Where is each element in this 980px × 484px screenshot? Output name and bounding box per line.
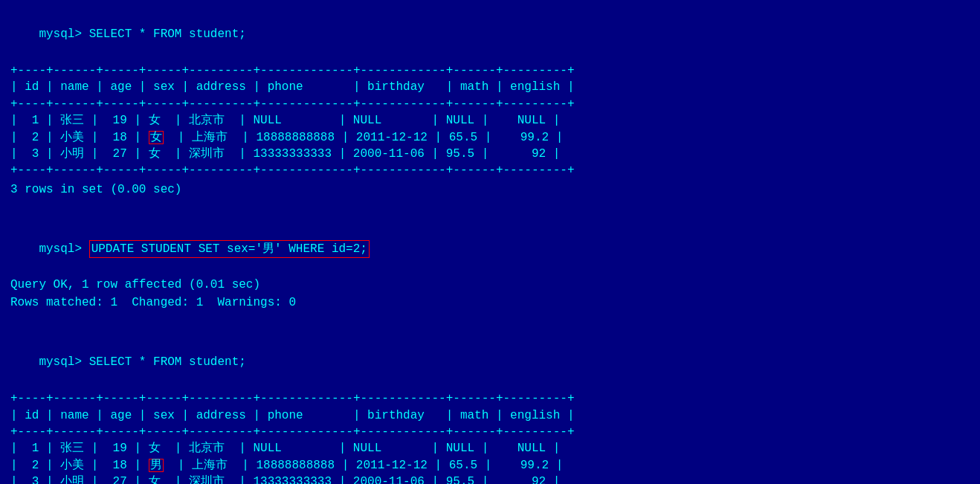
- table-row-2-1: | 1 | 张三 | 19 | 女 | 北京市 | NULL | NULL | …: [10, 440, 970, 456]
- table-header-2: | id | name | age | sex | address | phon…: [10, 407, 970, 424]
- table-row-2-2: | 2 | 小美 | 18 | 男 | 上海市 | 18888888888 | …: [10, 457, 970, 474]
- table-row-1-2: | 2 | 小美 | 18 | 女 | 上海市 | 18888888888 | …: [10, 129, 970, 146]
- table-border-top-1: +----+------+-----+-----+---------+-----…: [10, 62, 970, 79]
- prompt-line-1: mysql> SELECT * FROM student;: [10, 7, 970, 61]
- prompt-1: mysql>: [39, 28, 88, 41]
- table-row-1-1: | 1 | 张三 | 19 | 女 | 北京市 | NULL | NULL | …: [10, 112, 970, 129]
- table-row-1-3: | 3 | 小明 | 27 | 女 | 深圳市 | 13333333333 | …: [10, 146, 970, 162]
- command-3: SELECT * FROM student;: [89, 355, 246, 369]
- blank-1: [10, 204, 970, 222]
- update-command: UPDATE STUDENT SET sex='男' WHERE id=2;: [89, 240, 370, 258]
- update-result-1: Query OK, 1 row affected (0.01 sec): [10, 276, 970, 294]
- prompt-3: mysql>: [39, 355, 88, 369]
- prompt-line-3: mysql> SELECT * FROM student;: [10, 335, 970, 389]
- table-border-top-2: +----+------+-----+-----+---------+-----…: [10, 390, 970, 407]
- table-1: +----+------+-----+-----+---------+-----…: [10, 62, 970, 179]
- row-count-1: 3 rows in set (0.00 sec): [10, 181, 970, 199]
- table-row-2-3: | 3 | 小明 | 27 | 女 | 深圳市 | 13333333333 | …: [10, 474, 970, 484]
- table-header-sep-2: +----+------+-----+-----+---------+-----…: [10, 424, 970, 440]
- blank-2: [10, 317, 970, 335]
- prompt-2: mysql>: [39, 242, 88, 256]
- table-header-sep-1: +----+------+-----+-----+---------+-----…: [10, 96, 970, 112]
- highlighted-cell-2: 男: [149, 459, 164, 472]
- terminal-window: mysql> SELECT * FROM student; +----+----…: [10, 7, 970, 484]
- command-1: SELECT * FROM student;: [89, 28, 246, 41]
- table-border-bot-1: +----+------+-----+-----+---------+-----…: [10, 162, 970, 178]
- highlighted-cell-1: 女: [149, 131, 164, 144]
- update-result-2: Rows matched: 1 Changed: 1 Warnings: 0: [10, 294, 970, 312]
- table-header-1: | id | name | age | sex | address | phon…: [10, 79, 970, 95]
- prompt-line-2: mysql> UPDATE STUDENT SET sex='男' WHERE …: [10, 222, 970, 276]
- table-2: +----+------+-----+-----+---------+-----…: [10, 390, 970, 484]
